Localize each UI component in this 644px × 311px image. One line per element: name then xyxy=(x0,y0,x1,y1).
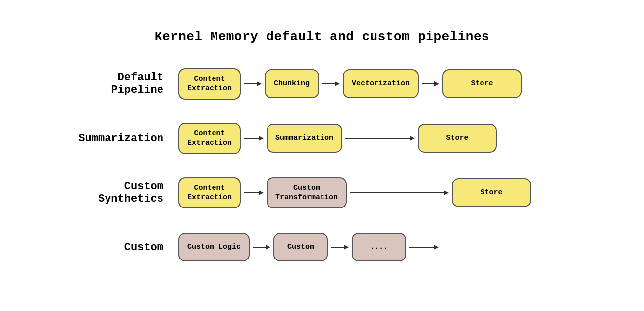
row-label-synthetics: Custom Synthetics xyxy=(69,180,178,205)
row-label-custom: Custom xyxy=(69,241,178,254)
arrow-synthetics-0 xyxy=(244,188,264,198)
pipeline-steps-synthetics: Content Extraction Custom Transformation… xyxy=(178,177,575,208)
pipeline-steps-default: Content Extraction Chunking Vectorizatio… xyxy=(178,68,575,100)
svg-marker-17 xyxy=(344,245,349,250)
pipeline-row-synthetics: Custom SyntheticsContent Extraction Cust… xyxy=(69,173,575,212)
diagram-container: Kernel Memory default and custom pipelin… xyxy=(50,14,594,297)
step-default-1: Chunking xyxy=(265,69,319,98)
step-custom-1: Custom xyxy=(273,233,328,261)
arrow-summarization-0 xyxy=(244,133,264,143)
pipeline-row-default: Default PipelineContent Extraction Chunk… xyxy=(69,64,575,104)
svg-marker-13 xyxy=(444,190,449,195)
arrow-default-1 xyxy=(322,79,340,89)
svg-marker-1 xyxy=(257,81,262,86)
svg-marker-9 xyxy=(410,136,415,141)
pipeline-steps-summarization: Content Extraction Summarization Store xyxy=(178,123,575,154)
arrow-default-2 xyxy=(422,79,439,89)
row-label-summarization: Summarization xyxy=(69,132,178,145)
trailing-arrow-custom xyxy=(409,242,439,252)
step-default-0: Content Extraction xyxy=(178,68,241,100)
pipeline-row-custom: CustomCustom Logic Custom .... xyxy=(69,227,575,267)
rows-container: Default PipelineContent Extraction Chunk… xyxy=(69,64,575,267)
step-summarization-2: Store xyxy=(418,124,497,153)
svg-marker-11 xyxy=(259,190,264,195)
step-default-3: Store xyxy=(442,69,522,98)
svg-marker-3 xyxy=(335,81,340,86)
step-synthetics-2: Store xyxy=(452,178,531,207)
arrow-summarization-1 xyxy=(345,133,415,143)
step-synthetics-0: Content Extraction xyxy=(178,177,241,208)
arrow-default-0 xyxy=(244,79,262,89)
svg-marker-19 xyxy=(434,245,439,250)
svg-marker-15 xyxy=(266,245,270,250)
step-custom-2: .... xyxy=(352,233,406,261)
pipeline-row-summarization: SummarizationContent Extraction Summariz… xyxy=(69,118,575,158)
step-custom-0: Custom Logic xyxy=(178,233,250,261)
pipeline-steps-custom: Custom Logic Custom .... xyxy=(178,233,575,261)
svg-marker-7 xyxy=(259,136,264,141)
arrow-custom-0 xyxy=(253,242,270,252)
step-summarization-0: Content Extraction xyxy=(178,123,241,154)
step-default-2: Vectorization xyxy=(343,69,419,98)
arrow-synthetics-1 xyxy=(350,188,449,198)
step-summarization-1: Summarization xyxy=(267,124,342,153)
arrow-custom-1 xyxy=(331,242,349,252)
svg-marker-5 xyxy=(434,81,439,86)
step-synthetics-1: Custom Transformation xyxy=(267,177,347,208)
row-label-default: Default Pipeline xyxy=(69,71,178,96)
diagram-title: Kernel Memory default and custom pipelin… xyxy=(69,29,575,44)
